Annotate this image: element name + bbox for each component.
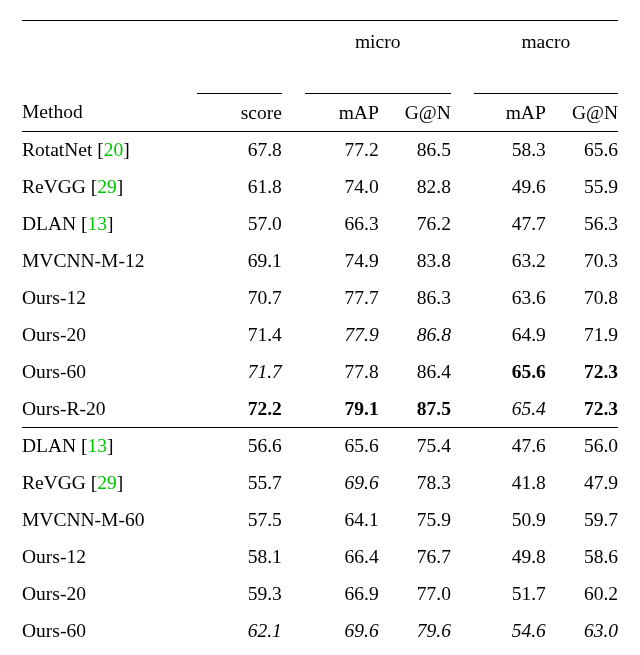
score-cell: 58.1 [197,539,282,576]
gap [451,354,474,391]
cmid [305,57,379,94]
citation[interactable]: 29 [97,472,117,493]
score-cell: 67.8 [197,132,282,169]
score-cell: 57.5 [197,502,282,539]
citation[interactable]: 13 [88,435,108,456]
micro-gn-cell: 86.3 [379,280,451,317]
macro-map-cell: 65.6 [474,354,546,391]
gap [282,428,305,465]
micro-map-cell: 77.2 [305,132,379,169]
macro-map-cell: 50.9 [474,502,546,539]
gap [282,354,305,391]
blank [22,57,197,94]
method-cell: Ours-20 [22,576,197,613]
macro-gn-cell: 47.9 [546,465,618,502]
gap [282,94,305,132]
score-cell: 71.7 [197,354,282,391]
macro-gn-cell: 58.6 [546,539,618,576]
macro-map-cell: 63.2 [474,243,546,280]
micro-gn-cell: 86.4 [379,354,451,391]
micro-gn-cell: 75.4 [379,428,451,465]
method-cell: RotatNet [20] [22,132,197,169]
method-cell: Ours-R-60 [22,650,197,656]
micro-gn-cell: 76.7 [379,539,451,576]
method-cell: DLAN [13] [22,428,197,465]
cmid [197,57,282,94]
gap [451,94,474,132]
results-table: micromacroMethodscoremAPG@NmAPG@NRotatNe… [22,20,618,655]
blank [197,25,282,57]
micro-gn-cell: 87.5 [379,391,451,428]
gap [451,428,474,465]
method-cell: DLAN [13] [22,206,197,243]
macro-map-cell: 63.6 [474,280,546,317]
macro-gn-cell: 72.3 [546,354,618,391]
gap [451,650,474,656]
score-cell: 62.1 [197,613,282,650]
gap [451,132,474,169]
header-micro-gn: G@N [379,94,451,132]
micro-gn-cell: 82.8 [379,169,451,206]
gap [282,539,305,576]
table-row: Ours-2071.477.986.864.971.9 [22,317,618,354]
score-cell: 63.5 [197,650,282,656]
gap [282,317,305,354]
blank [22,25,197,57]
method-cell: ReVGG [29] [22,465,197,502]
cmid [546,57,618,94]
header-score: score [197,94,282,132]
gap [282,243,305,280]
header-macro-map: mAP [474,94,546,132]
micro-map-cell: 77.7 [305,280,379,317]
header-micro-map: mAP [305,94,379,132]
macro-gn-cell: 70.8 [546,280,618,317]
gap [451,539,474,576]
header-method: Method [22,94,197,132]
micro-map-cell: 65.6 [305,428,379,465]
macro-gn-cell: 55.9 [546,169,618,206]
gap [451,280,474,317]
macro-gn-cell: 65.6 [546,132,618,169]
micro-map-cell: 69.6 [305,613,379,650]
gap [451,243,474,280]
citation[interactable]: 20 [104,139,124,160]
micro-gn-cell: 79.6 [379,613,451,650]
gap [451,391,474,428]
macro-map-cell: 47.7 [474,206,546,243]
score-cell: 56.6 [197,428,282,465]
method-cell: ReVGG [29] [22,169,197,206]
citation[interactable]: 13 [88,213,108,234]
cmid [379,57,451,94]
method-cell: Ours-12 [22,280,197,317]
micro-map-cell: 77.8 [305,354,379,391]
micro-gn-cell: 75.9 [379,502,451,539]
micro-map-cell: 66.4 [305,539,379,576]
micro-gn-cell: 86.5 [379,132,451,169]
score-cell: 71.4 [197,317,282,354]
micro-map-cell: 74.0 [305,169,379,206]
macro-gn-cell: 56.0 [546,428,618,465]
gap [282,57,305,94]
citation[interactable]: 29 [97,176,117,197]
gap [282,169,305,206]
method-cell: Ours-20 [22,317,197,354]
score-cell: 55.7 [197,465,282,502]
micro-gn-cell: 86.8 [379,317,451,354]
gap [451,502,474,539]
macro-gn-cell: 70.3 [546,243,618,280]
gap [282,391,305,428]
macro-gn-cell: 60.2 [546,576,618,613]
macro-map-cell: 41.8 [474,465,546,502]
macro-map-cell: 49.8 [474,539,546,576]
table-row: MVCNN-M-1269.174.983.863.270.3 [22,243,618,280]
micro-gn-cell: 77.0 [379,576,451,613]
macro-gn-cell: 59.7 [546,502,618,539]
gap [282,502,305,539]
micro-gn-cell: 81.1 [379,650,451,656]
method-cell: Ours-R-20 [22,391,197,428]
macro-map-cell: 58.3 [474,132,546,169]
table-row: Ours-6071.777.886.465.672.3 [22,354,618,391]
macro-map-cell: 65.4 [474,391,546,428]
gap [451,576,474,613]
gap [282,25,305,57]
